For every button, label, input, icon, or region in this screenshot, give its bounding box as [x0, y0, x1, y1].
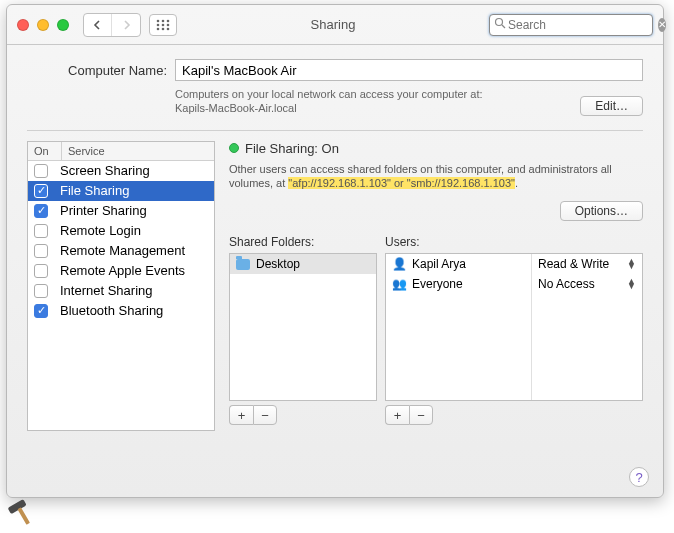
search-field-wrap[interactable]: ✕	[489, 14, 653, 36]
user-name: Everyone	[412, 277, 463, 291]
svg-point-5	[167, 23, 170, 26]
service-label: File Sharing	[60, 183, 129, 198]
status-description: Other users can access shared folders on…	[229, 162, 643, 192]
show-all-button[interactable]	[149, 14, 177, 36]
options-button[interactable]: Options…	[560, 201, 643, 221]
clear-search-icon[interactable]: ✕	[658, 18, 666, 32]
svg-point-3	[157, 23, 160, 26]
svg-point-6	[157, 27, 160, 30]
service-label: Internet Sharing	[60, 283, 153, 298]
header-on: On	[28, 142, 62, 160]
svg-line-10	[502, 25, 505, 28]
svg-rect-12	[18, 507, 30, 525]
help-button[interactable]: ?	[629, 467, 649, 487]
service-checkbox[interactable]	[34, 264, 48, 278]
service-detail: File Sharing: On Other users can access …	[229, 141, 643, 431]
service-row[interactable]: Internet Sharing	[28, 281, 214, 301]
chevron-right-icon	[122, 20, 131, 30]
close-window-button[interactable]	[17, 19, 29, 31]
stepper-arrows-icon[interactable]: ▲▼	[627, 259, 636, 270]
service-row[interactable]: Remote Apple Events	[28, 261, 214, 281]
svg-point-0	[157, 19, 160, 22]
service-row[interactable]: Remote Management	[28, 241, 214, 261]
service-label: Remote Apple Events	[60, 263, 185, 278]
add-user-button[interactable]: +	[385, 405, 409, 425]
nav-buttons	[83, 13, 141, 37]
users-add-remove: + −	[385, 405, 643, 425]
edit-button[interactable]: Edit…	[580, 96, 643, 116]
service-checkbox[interactable]: ✓	[34, 184, 48, 198]
service-label: Bluetooth Sharing	[60, 303, 163, 318]
header-service: Service	[62, 142, 214, 160]
svg-point-4	[162, 23, 165, 26]
service-checkbox[interactable]	[34, 284, 48, 298]
main-row: On Service Screen Sharing✓File Sharing✓P…	[27, 141, 643, 431]
window-title: Sharing	[177, 17, 489, 32]
services-header: On Service	[28, 142, 214, 161]
user-item[interactable]: 👥Everyone	[386, 274, 531, 294]
service-checkbox[interactable]: ✓	[34, 204, 48, 218]
computer-name-field[interactable]	[175, 59, 643, 81]
service-checkbox[interactable]: ✓	[34, 304, 48, 318]
folder-name: Desktop	[256, 257, 300, 271]
content-area: Computer Name: Computers on your local n…	[7, 45, 663, 447]
shared-folders-list[interactable]: Desktop	[229, 253, 377, 401]
permission-label: Read & Write	[538, 257, 609, 271]
permission-item[interactable]: No Access▲▼	[532, 274, 642, 294]
users-column: Users: 👤Kapil Arya👥Everyone Read & Write…	[385, 235, 643, 425]
hammer-icon	[0, 487, 44, 531]
service-checkbox[interactable]	[34, 224, 48, 238]
svg-point-9	[496, 19, 503, 26]
forward-button[interactable]	[112, 14, 140, 36]
chevron-left-icon	[93, 20, 102, 30]
computer-name-description: Computers on your local network can acce…	[175, 87, 580, 116]
folder-item[interactable]: Desktop	[230, 254, 376, 274]
svg-point-1	[162, 19, 165, 22]
service-row[interactable]: ✓Bluetooth Sharing	[28, 301, 214, 321]
permission-item[interactable]: Read & Write▲▼	[532, 254, 642, 274]
service-row[interactable]: Screen Sharing	[28, 161, 214, 181]
service-checkbox[interactable]	[34, 164, 48, 178]
status-title: File Sharing: On	[245, 141, 339, 156]
service-label: Remote Login	[60, 223, 141, 238]
service-row[interactable]: ✓File Sharing	[28, 181, 214, 201]
status-highlight: "afp://192.168.1.103" or "smb://192.168.…	[288, 177, 515, 189]
service-row[interactable]: ✓Printer Sharing	[28, 201, 214, 221]
svg-point-7	[162, 27, 165, 30]
grid-icon	[156, 19, 170, 31]
services-list: On Service Screen Sharing✓File Sharing✓P…	[27, 141, 215, 431]
stepper-arrows-icon[interactable]: ▲▼	[627, 279, 636, 290]
users-label: Users:	[385, 235, 643, 249]
traffic-lights	[17, 19, 69, 31]
group-icon: 👥	[392, 277, 406, 291]
user-name: Kapil Arya	[412, 257, 466, 271]
computer-name-description-row: Computers on your local network can acce…	[27, 87, 643, 116]
lists-row: Shared Folders: Desktop + − Users: 👤Kapi…	[229, 235, 643, 425]
service-row[interactable]: Remote Login	[28, 221, 214, 241]
titlebar: Sharing ✕	[7, 5, 663, 45]
back-button[interactable]	[84, 14, 112, 36]
remove-user-button[interactable]: −	[409, 405, 433, 425]
divider	[27, 130, 643, 131]
status-row: File Sharing: On	[229, 141, 643, 156]
search-icon	[494, 17, 506, 32]
minimize-window-button[interactable]	[37, 19, 49, 31]
users-list[interactable]: 👤Kapil Arya👥Everyone Read & Write▲▼No Ac…	[385, 253, 643, 401]
person-icon: 👤	[392, 257, 406, 271]
zoom-window-button[interactable]	[57, 19, 69, 31]
computer-name-label: Computer Name:	[27, 63, 167, 78]
status-light-icon	[229, 143, 239, 153]
folder-icon	[236, 259, 250, 270]
computer-name-row: Computer Name:	[27, 59, 643, 81]
sharing-preferences-window: Sharing ✕ Computer Name: Computers on yo…	[6, 4, 664, 498]
remove-folder-button[interactable]: −	[253, 405, 277, 425]
add-folder-button[interactable]: +	[229, 405, 253, 425]
shared-folders-label: Shared Folders:	[229, 235, 377, 249]
service-checkbox[interactable]	[34, 244, 48, 258]
user-item[interactable]: 👤Kapil Arya	[386, 254, 531, 274]
permission-label: No Access	[538, 277, 595, 291]
search-input[interactable]	[508, 18, 658, 32]
service-label: Printer Sharing	[60, 203, 147, 218]
service-label: Remote Management	[60, 243, 185, 258]
shared-folders-column: Shared Folders: Desktop + −	[229, 235, 377, 425]
